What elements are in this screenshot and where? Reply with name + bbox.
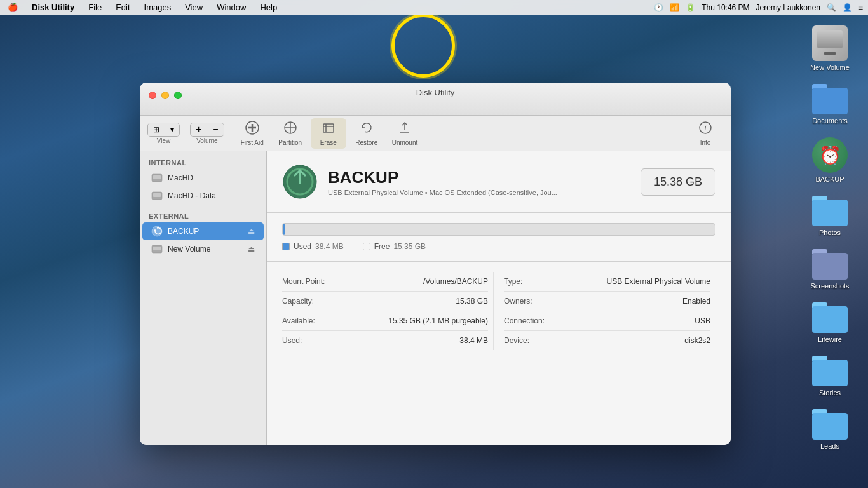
folder-body: [812, 200, 848, 226]
erase-button[interactable]: Erase: [311, 118, 346, 149]
svg-rect-19: [153, 247, 161, 250]
stories-folder-icon: [812, 356, 848, 386]
screenshots-label: Screenshots: [810, 282, 849, 290]
external-section-header: External: [140, 210, 266, 222]
sidebar-item-machd-data[interactable]: MacHD - Data: [142, 187, 264, 205]
legend-free: Free 15.35 GB: [363, 242, 426, 251]
device-label: Device:: [504, 336, 529, 345]
device-row: Device: disk2s2: [504, 331, 710, 350]
type-value: USB External Physical Volume: [607, 277, 710, 286]
disk-utility-window: Disk Utility ⊞ ▾ View + − Volume: [140, 83, 731, 445]
window-controls: [149, 92, 182, 99]
desktop-icon-leads[interactable]: Leads: [804, 409, 855, 450]
sidebar-item-backup[interactable]: BACKUP ⏏: [142, 222, 264, 240]
machd-data-drive-icon: [151, 190, 163, 201]
info-button[interactable]: i Info: [688, 118, 723, 149]
sidebar-item-machd[interactable]: MacHD: [142, 169, 264, 187]
owners-label: Owners:: [504, 297, 532, 306]
toolbar-volume-group: + − Volume: [190, 123, 224, 144]
info-col-left: Mount Point: /Volumes/BACKUP Capacity: 1…: [282, 272, 494, 350]
view-buttons: ⊞ ▾: [147, 123, 180, 137]
owners-value: Enabled: [682, 297, 710, 306]
close-button[interactable]: [149, 92, 156, 99]
desktop-icon-photos[interactable]: Photos: [804, 196, 855, 236]
disk-subtitle: USB External Physical Volume • Mac OS Ex…: [328, 189, 557, 196]
capacity-label: Capacity:: [282, 297, 314, 306]
sidebar: Internal MacHD: [140, 151, 267, 445]
apple-menu[interactable]: 🍎: [5, 1, 20, 13]
minimize-button[interactable]: [161, 92, 169, 99]
folder-body: [812, 253, 848, 280]
restore-label: Restore: [355, 139, 377, 146]
desktop-icon-documents[interactable]: Documents: [804, 84, 855, 125]
leads-label: Leads: [820, 442, 839, 450]
view-label: View: [157, 137, 171, 144]
unmount-button[interactable]: Unmount: [387, 118, 423, 149]
user-icon[interactable]: 👤: [843, 3, 852, 12]
add-volume-button[interactable]: +: [191, 123, 207, 136]
menu-help[interactable]: Help: [257, 1, 280, 13]
first-aid-button[interactable]: First Aid: [234, 118, 270, 149]
mount-point-label: Mount Point:: [282, 277, 325, 286]
machd-data-label: MacHD - Data: [168, 191, 216, 200]
new-volume-label: New Volume: [810, 64, 850, 71]
restore-button[interactable]: Restore: [349, 118, 384, 149]
desktop-icon-new-volume[interactable]: New Volume: [804, 25, 855, 71]
menu-extra-icon[interactable]: ≡: [858, 3, 863, 12]
menu-file[interactable]: File: [86, 1, 104, 13]
search-icon[interactable]: 🔍: [827, 3, 836, 12]
documents-folder-icon: [812, 84, 848, 114]
battery-icon: 🔋: [686, 3, 695, 12]
machd-drive-icon: [151, 172, 163, 184]
usage-bar-container: [282, 223, 715, 236]
window-title: Disk Utility: [416, 88, 455, 97]
menubar-right: 🕐 📶 🔋 Thu 10:46 PM Jeremy Laukkonen 🔍 👤 …: [654, 3, 863, 12]
desktop-icon-backup[interactable]: ⏰ BACKUP: [804, 137, 855, 183]
new-volume-eject-icon[interactable]: ⏏: [248, 245, 255, 254]
new-volume-sidebar-icon: [151, 243, 163, 255]
folder-body: [812, 360, 848, 386]
window-titlebar: Disk Utility: [140, 83, 731, 116]
menu-edit[interactable]: Edit: [113, 1, 132, 13]
remove-volume-button[interactable]: −: [207, 123, 223, 136]
view-list-button[interactable]: ⊞: [148, 123, 165, 136]
menu-view[interactable]: View: [182, 1, 205, 13]
stories-label: Stories: [819, 389, 841, 396]
window-content: Internal MacHD: [140, 151, 731, 445]
svg-rect-14: [153, 175, 161, 179]
main-content: BACKUP USB External Physical Volume • Ma…: [267, 151, 731, 445]
photos-label: Photos: [819, 229, 841, 236]
available-value: 15.35 GB (2.1 MB purgeable): [388, 316, 488, 325]
menu-app-name[interactable]: Disk Utility: [29, 1, 77, 13]
desktop-icon-lifewire[interactable]: Lifewire: [804, 302, 855, 343]
mount-point-value: /Volumes/BACKUP: [423, 277, 488, 286]
info-grid: Mount Point: /Volumes/BACKUP Capacity: 1…: [267, 262, 731, 360]
partition-button[interactable]: Partition: [273, 118, 308, 149]
lifewire-folder-icon: [812, 302, 848, 333]
capacity-value: 15.38 GB: [456, 297, 488, 306]
sidebar-item-new-volume[interactable]: New Volume ⏏: [142, 240, 264, 258]
disk-name-area: BACKUP USB External Physical Volume • Ma…: [328, 168, 557, 196]
desktop-icon-stories[interactable]: Stories: [804, 356, 855, 396]
backup-eject-icon[interactable]: ⏏: [248, 227, 255, 236]
documents-label: Documents: [812, 117, 848, 125]
info-icon: i: [698, 121, 712, 138]
view-icon-button[interactable]: ▾: [165, 123, 179, 136]
maximize-button[interactable]: [174, 92, 182, 99]
partition-label: Partition: [278, 139, 302, 146]
capacity-row: Capacity: 15.38 GB: [282, 292, 488, 311]
disk-size-badge: 15.38 GB: [641, 168, 715, 196]
menu-window[interactable]: Window: [214, 1, 248, 13]
user-name: Jeremy Laukkonen: [756, 3, 820, 12]
volume-buttons: + −: [190, 123, 224, 137]
toolbar-view-group: ⊞ ▾ View: [147, 123, 180, 144]
menu-images[interactable]: Images: [142, 1, 174, 13]
svg-rect-6: [323, 124, 334, 132]
used-dot: [282, 243, 290, 250]
available-label: Available:: [282, 316, 315, 325]
free-legend-label: Free: [374, 242, 390, 251]
used-legend-value: 38.4 MB: [315, 242, 344, 251]
svg-rect-16: [153, 193, 161, 197]
unmount-label: Unmount: [392, 139, 418, 146]
desktop-icon-screenshots[interactable]: Screenshots: [804, 249, 855, 290]
